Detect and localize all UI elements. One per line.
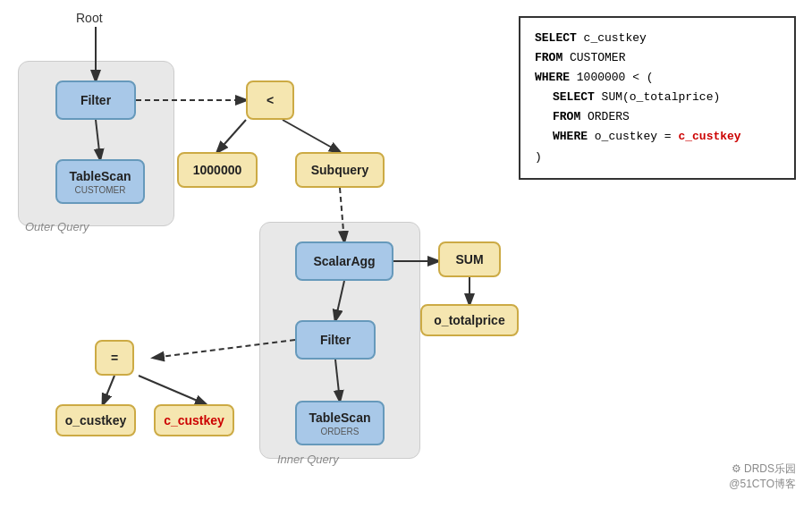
watermark-line1: ⚙ DRDS乐园 bbox=[729, 461, 796, 477]
svg-line-3 bbox=[217, 120, 246, 152]
root-label: Root bbox=[76, 11, 103, 25]
node-1000000: 1000000 bbox=[177, 152, 258, 188]
node-filter-inner: Filter bbox=[295, 320, 376, 360]
node-tablescan-orders: TableScan ORDERS bbox=[295, 401, 385, 445]
node-o-totalprice: o_totalprice bbox=[420, 304, 519, 336]
node-scalaragg: ScalarAgg bbox=[295, 241, 393, 281]
code-box: SELECT c_custkey FROM CUSTOMER WHERE 100… bbox=[519, 16, 796, 180]
diagram: Outer Query Inner Query bbox=[0, 0, 812, 508]
node-o-custkey: o_custkey bbox=[55, 404, 136, 436]
svg-line-12 bbox=[139, 376, 206, 404]
node-equals: = bbox=[95, 340, 134, 376]
svg-line-4 bbox=[283, 120, 340, 152]
node-c-custkey: c_custkey bbox=[154, 404, 234, 436]
watermark-line2: @51CTO博客 bbox=[729, 477, 796, 492]
node-tablescan-customer: TableScan CUSTOMER bbox=[55, 159, 145, 204]
outer-query-label: Outer Query bbox=[25, 220, 89, 233]
node-subquery: Subquery bbox=[295, 152, 385, 188]
node-sum: SUM bbox=[438, 241, 501, 277]
node-less-than: < bbox=[246, 80, 294, 120]
inner-query-label: Inner Query bbox=[277, 453, 339, 466]
svg-line-11 bbox=[103, 376, 114, 404]
watermark: ⚙ DRDS乐园 @51CTO博客 bbox=[729, 461, 796, 492]
node-filter-outer: Filter bbox=[55, 80, 136, 120]
